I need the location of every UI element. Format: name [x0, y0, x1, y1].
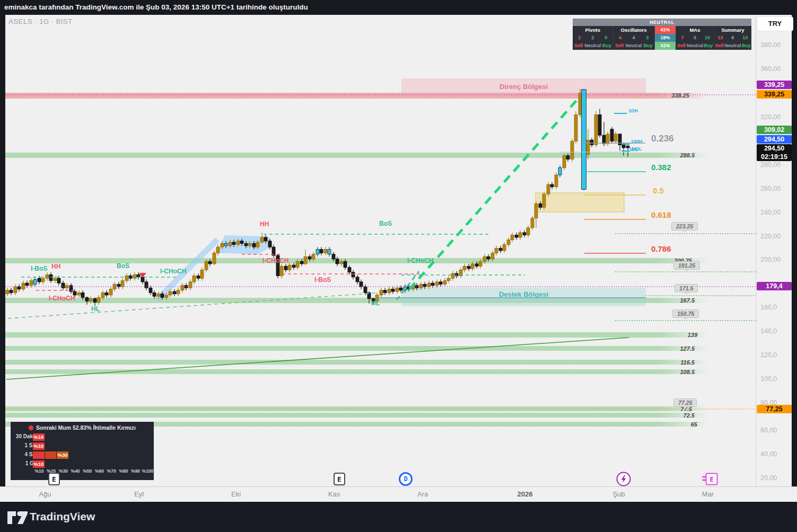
- structure-label: HL: [371, 299, 380, 307]
- screenshot-root: eminakca tarafından TradingView.com ile …: [0, 0, 797, 532]
- structure-label: I-CHoCH: [160, 268, 186, 275]
- osc-neutral-count: 4: [627, 34, 641, 42]
- structure-label: HH: [260, 220, 269, 228]
- summary-buy-count: 13: [739, 34, 751, 42]
- structure-label: I-CHoCH: [262, 257, 288, 264]
- probability-axis-tick: %90: [131, 468, 140, 474]
- support-band: [5, 406, 709, 411]
- band-price-label: 116.5: [663, 359, 695, 366]
- structure-label: HL: [91, 305, 100, 313]
- support-band: [5, 369, 709, 374]
- price-tick: 20,00: [760, 474, 777, 482]
- right-edge-strip: [792, 15, 797, 486]
- probability-axis-tick: %70: [107, 468, 116, 474]
- probability-axis-tick: %50: [83, 468, 92, 474]
- red-candle-dot-icon: [29, 425, 33, 430]
- ta-rating-widget[interactable]: NEUTRAL Pivots 220 SellNeutralBuy Oscill…: [573, 19, 751, 50]
- price-tick: 360,00: [760, 65, 781, 73]
- probability-bar-segment: [33, 451, 45, 459]
- time-tick[interactable]: 2026: [518, 490, 533, 498]
- resistance-band: [5, 93, 709, 99]
- price-axis[interactable]: 380,00360,00320,00280,00260,00240,00220,…: [756, 15, 792, 486]
- price-tick: 40,00: [760, 450, 777, 458]
- price-label-badge: 309,02: [757, 126, 792, 134]
- structure-label: I-CHoCH: [407, 257, 433, 264]
- time-tick[interactable]: Ağu: [39, 490, 51, 498]
- support-band: [5, 153, 709, 158]
- band-price-label: 167.5: [663, 297, 695, 304]
- probability-axis-tick: %100: [142, 468, 153, 474]
- probability-title: Sonraki Mum 52.83% İhtimalle Kırmızı: [11, 424, 154, 431]
- band-price-label: 288.5: [663, 152, 695, 158]
- ta-section-pivots[interactable]: Pivots 220 SellNeutralBuy: [573, 26, 613, 50]
- probability-bar-segment: %10: [33, 442, 45, 450]
- tradingview-brand-text: TradingView: [30, 510, 95, 523]
- earnings-marker[interactable]: E: [48, 473, 60, 485]
- price-tick: 320,00: [760, 113, 781, 121]
- price-tick: 140,0: [760, 327, 777, 335]
- price-tick: 120,0: [760, 351, 777, 359]
- ta-section-summary[interactable]: Summary 13613 SellNeutralBuy: [714, 26, 751, 50]
- price-level-tooltip: 191.25: [673, 261, 700, 270]
- ta-gauge-column: 41% 18% 41%: [655, 26, 677, 50]
- symbol-title: ASELS · 1G · BIST: [8, 17, 73, 25]
- price-level-tooltip: 77.25: [673, 398, 697, 407]
- probability-axis-tick: %60: [95, 468, 104, 474]
- band-price-label: 139: [665, 332, 697, 338]
- currency-toggle-button[interactable]: TRY: [757, 16, 793, 31]
- structure-label: I-BoS: [314, 276, 331, 283]
- ta-section-mas[interactable]: MAs 7010 SellNeutralBuy: [676, 26, 714, 50]
- time-tick[interactable]: Şub: [612, 490, 625, 498]
- pivots-sell-count: 2: [573, 34, 586, 42]
- ta-overall-rating: NEUTRAL: [573, 19, 751, 26]
- band-price-label: 65: [665, 421, 697, 428]
- gauge-neutral-pct: 18%: [655, 34, 676, 42]
- price-level-tooltip: 171.5: [675, 284, 698, 292]
- footer-bar: TradingView: [0, 502, 797, 532]
- price-tick: 260,00: [760, 185, 781, 192]
- time-tick[interactable]: Kas: [328, 490, 340, 498]
- band-price-label: 72.5: [663, 412, 695, 419]
- neutral-label: Neutral: [625, 42, 642, 50]
- structure-label: I-CHoCH: [49, 295, 75, 302]
- fib-level-label: 0.236: [651, 134, 674, 144]
- gauge-sell-pct: 41%: [655, 26, 676, 34]
- time-axis[interactable]: AğuEylEkiKasAra2026ŞubMar: [0, 486, 797, 502]
- time-tick[interactable]: Eyl: [134, 490, 144, 498]
- earnings-marker[interactable]: E: [334, 473, 345, 485]
- support-band: [5, 346, 709, 351]
- band-price-label: 127.5: [663, 345, 695, 352]
- flash-event-marker[interactable]: [617, 472, 631, 486]
- dividend-marker[interactable]: D: [399, 472, 413, 486]
- sell-label: Sell: [676, 42, 687, 50]
- neutral-label: Neutral: [687, 42, 703, 50]
- probability-bar-segment: %30: [57, 451, 68, 459]
- probability-bar-segment: [45, 451, 57, 459]
- ta-section-title: MAs: [676, 26, 713, 34]
- attribution-text: eminakca tarafından TradingView.com ile …: [4, 3, 308, 11]
- band-price-label: 108.5: [663, 369, 695, 375]
- buy-label: Buy: [703, 42, 714, 50]
- mas-sell-count: 7: [676, 34, 688, 42]
- price-tick: 280,00: [760, 161, 781, 169]
- price-tick: 380,00: [760, 41, 781, 49]
- summary-neutral-count: 6: [726, 34, 739, 42]
- mas-buy-count: 10: [701, 34, 713, 42]
- price-tick: 220,00: [760, 233, 781, 240]
- price-level-tooltip: 150.75: [672, 309, 699, 318]
- price-tick: 60,00: [760, 427, 777, 434]
- pivots-neutral-count: 2: [586, 34, 599, 42]
- neutral-label: Neutral: [584, 42, 601, 50]
- time-tick[interactable]: Eki: [231, 490, 241, 498]
- time-tick[interactable]: Ara: [417, 490, 428, 498]
- ta-section-oscillators[interactable]: Oscillators 443 SellNeutralBuy: [613, 26, 654, 50]
- probability-axis-tick: %40: [71, 468, 80, 474]
- time-tick[interactable]: Mar: [702, 490, 714, 498]
- next-candle-probability-panel: Sonraki Mum 52.83% İhtimalle Kırmızı 30 …: [11, 422, 154, 480]
- probability-axis-tick: %10: [34, 468, 43, 474]
- fib-level-label: 0.618: [651, 210, 671, 219]
- band-price-label: 338.25: [658, 92, 689, 99]
- resistance-zone-label: Direnç Bölgesi: [401, 83, 646, 91]
- earnings-flash-marker[interactable]: E: [706, 473, 718, 485]
- price-tick: 200,00: [760, 256, 781, 263]
